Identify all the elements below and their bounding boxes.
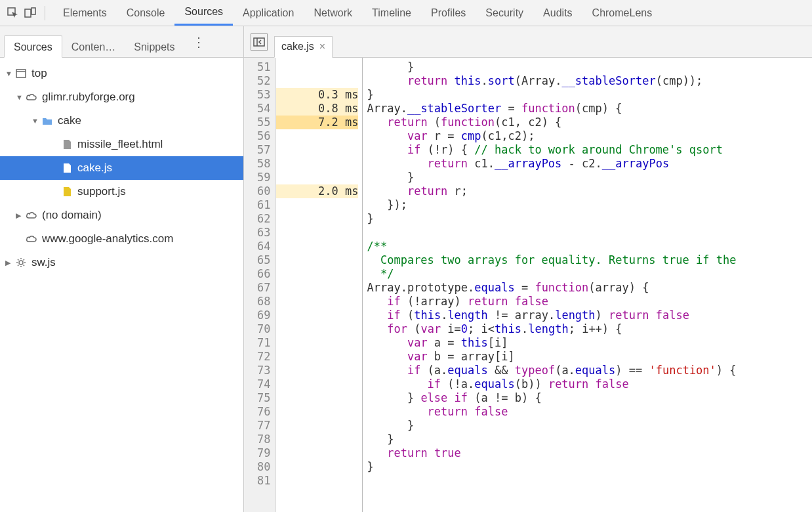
editor-header: cake.js × [244,26,812,57]
device-icon[interactable] [24,7,37,20]
tree-top[interactable]: ▼ top [0,62,243,85]
frame-icon [14,68,28,79]
tab-elements[interactable]: Elements [53,0,117,26]
tab-console[interactable]: Console [117,0,175,26]
navigator-header: Sources Conten… Snippets ⋮ [0,26,244,57]
tree-label: www.google-analytics.com [42,232,173,245]
worker-icon [14,257,28,268]
collapse-icon: ▶ [16,211,24,220]
tab-audits[interactable]: Audits [533,0,582,26]
expand-icon: ▼ [16,93,24,101]
tab-security[interactable]: Security [476,0,533,26]
cloud-icon [25,233,38,245]
devtools-panel-tabs: Elements Console Sources Application Net… [53,0,662,26]
tree-label: (no domain) [42,209,102,222]
tab-application[interactable]: Application [233,0,304,26]
code-editor[interactable]: 5152535455565758596061626364656667686970… [244,58,812,512]
navigator-more-icon[interactable]: ⋮ [184,34,213,50]
line-gutter: 5152535455565758596061626364656667686970… [244,58,276,512]
navigator-tabs: Sources Conten… Snippets [4,26,184,57]
code-content[interactable]: } return this.sort(Array.__stableSorter(… [363,58,812,512]
expand-icon: ▼ [31,117,39,125]
tab-chromelens[interactable]: ChromeLens [582,0,662,26]
tree-file-cake[interactable]: cake.js [0,156,243,180]
tree-file-support[interactable]: support.js [0,180,243,203]
sources-main: ▼ top ▼ glimr.rubyforge.org ▼ cake missi… [0,58,812,512]
navigator-tab-snippets[interactable]: Snippets [125,36,184,57]
collapse-icon: ▶ [5,259,13,267]
tab-network[interactable]: Network [304,0,362,26]
file-icon [60,162,73,174]
tree-label: missile_fleet.html [77,138,163,151]
navigator-tab-sources[interactable]: Sources [4,35,62,58]
tree-folder-cake[interactable]: ▼ cake [0,109,243,133]
tree-ga[interactable]: ▶ www.google-analytics.com [0,227,243,251]
close-file-icon[interactable]: × [319,41,325,53]
timing-gutter: 0.3 ms0.8 ms7.2 ms2.0 ms [276,58,363,512]
sources-secondary-toolbar: Sources Conten… Snippets ⋮ cake.js × [0,26,812,58]
svg-rect-2 [31,8,35,14]
tree-label: cake [58,114,81,127]
open-file-name: cake.js [281,41,314,53]
svg-rect-5 [16,70,26,77]
tree-domain-glimr[interactable]: ▼ glimr.rubyforge.org [0,85,243,109]
folder-icon [41,115,54,127]
tab-sources[interactable]: Sources [174,0,233,26]
inspect-icon[interactable] [7,7,20,20]
tree-label: glimr.rubyforge.org [42,91,135,104]
devtools-top-toolbar: Elements Console Sources Application Net… [0,0,812,26]
tab-timeline[interactable]: Timeline [362,0,421,26]
tree-label: top [31,67,47,80]
toolbar-separator [45,6,45,20]
cloud-icon [25,209,38,221]
cloud-icon [25,91,38,103]
expand-icon: ▼ [5,70,13,77]
tree-label: support.js [77,185,126,198]
navigator-tab-content[interactable]: Conten… [62,36,125,57]
tree-label: sw.js [31,256,56,269]
tree-sw[interactable]: ▶ sw.js [0,251,243,274]
open-file-tab[interactable]: cake.js × [274,36,333,58]
file-icon [60,186,73,198]
toggle-navigator-icon[interactable] [251,33,268,51]
tree-file-missile[interactable]: missile_fleet.html [0,133,243,156]
tree-label: cake.js [77,161,112,175]
svg-rect-1 [25,9,31,17]
file-navigator: ▼ top ▼ glimr.rubyforge.org ▼ cake missi… [0,58,244,512]
tab-profiles[interactable]: Profiles [421,0,476,26]
file-icon [60,139,73,150]
tree-nodomain[interactable]: ▶ (no domain) [0,203,243,227]
svg-point-7 [19,261,23,265]
